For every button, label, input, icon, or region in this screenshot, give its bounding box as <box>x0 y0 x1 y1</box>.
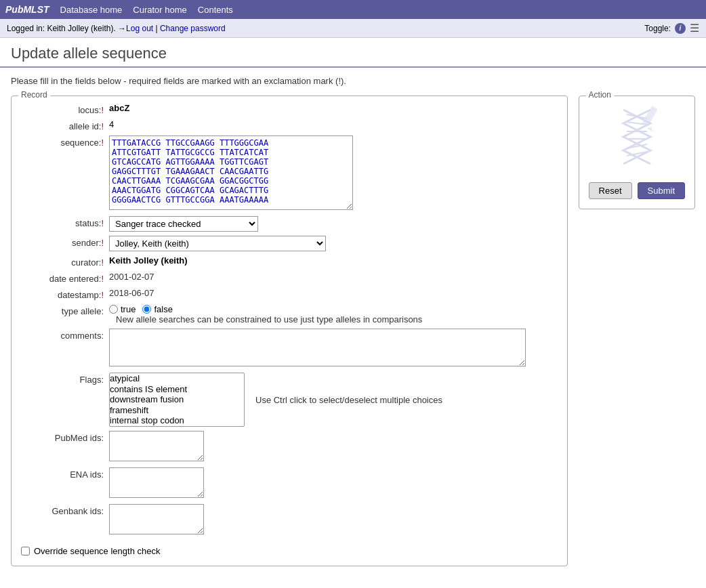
locus-row: locus:! abcZ <box>21 103 558 115</box>
main-content: Please fill in the fields below - requir… <box>0 68 706 574</box>
datestamp-row: datestamp:! 2018-06-07 <box>21 288 558 300</box>
logged-in-text: Logged in: Keith Jolley (keith). <box>7 24 116 33</box>
action-legend: Action <box>586 90 614 100</box>
date-entered-value: 2001-02-07 <box>109 272 558 282</box>
page-title: Update allele sequence <box>11 45 695 62</box>
pubmed-ids-field <box>109 431 558 463</box>
override-row: Override sequence length check <box>21 546 558 556</box>
record-legend: Record <box>18 90 50 100</box>
status-row: status:! Sanger trace checked WGS: manua… <box>21 216 558 232</box>
sequence-row: sequence:! TTTGATACCG TTGCCGAAGG TTTGGGC… <box>21 135 558 212</box>
action-panel: Action Reset <box>579 96 695 209</box>
dna-icon <box>610 103 664 171</box>
genbank-ids-label: Genbank ids: <box>21 504 109 516</box>
type-allele-field: true false New allele searches can be co… <box>109 304 558 324</box>
ena-ids-textarea[interactable] <box>109 467 204 498</box>
flags-label: Flags: <box>21 373 109 385</box>
nav-database-home[interactable]: Database home <box>60 5 123 15</box>
top-nav: PubMLST Database home Curator home Conte… <box>0 0 706 19</box>
genbank-ids-field <box>109 504 558 537</box>
ena-ids-row: ENA ids: <box>21 467 558 500</box>
locus-value: abcZ <box>109 103 558 113</box>
comments-textarea[interactable] <box>109 329 526 366</box>
page-title-bar: Update allele sequence <box>0 38 706 68</box>
pubmed-ids-row: PubMed ids: <box>21 431 558 463</box>
date-entered-label: date entered:! <box>21 272 109 284</box>
type-allele-true-radio[interactable] <box>109 305 118 314</box>
instruction-text: Please fill in the fields below - requir… <box>11 76 695 86</box>
hamburger-icon[interactable]: ☰ <box>690 22 699 35</box>
dna-icon-area <box>589 103 685 173</box>
brand-logo: PubMLST <box>5 4 49 15</box>
curator-value: Keith Jolley (keith) <box>109 255 558 266</box>
sender-label: sender:! <box>21 236 109 248</box>
comments-label: comments: <box>21 329 109 341</box>
status-label: status:! <box>21 216 109 228</box>
type-allele-false-radio[interactable] <box>142 305 151 314</box>
sequence-label: sequence:! <box>21 135 109 148</box>
override-label: Override sequence length check <box>34 546 160 556</box>
flags-field: atypical contains IS element downstream … <box>109 373 558 427</box>
nav-contents[interactable]: Contents <box>198 5 233 15</box>
curator-row: curator:! Keith Jolley (keith) <box>21 255 558 268</box>
login-bar: Logged in: Keith Jolley (keith). →Log ou… <box>0 19 706 38</box>
sender-field: Jolley, Keith (keith) <box>109 236 558 251</box>
type-allele-row: type allele: true false New allele searc… <box>21 304 558 324</box>
allele-id-row: allele id:! 4 <box>21 119 558 131</box>
type-allele-true-label: true <box>121 304 136 314</box>
pubmed-ids-label: PubMed ids: <box>21 431 109 443</box>
flags-select[interactable]: atypical contains IS element downstream … <box>109 373 245 427</box>
comments-field <box>109 329 558 369</box>
submit-button[interactable]: Submit <box>638 182 685 199</box>
pubmed-ids-textarea[interactable] <box>109 431 204 461</box>
sender-select[interactable]: Jolley, Keith (keith) <box>109 236 326 251</box>
panels: Record locus:! abcZ allele id:! 4 sequen… <box>11 96 695 566</box>
info-icon[interactable]: i <box>675 23 686 34</box>
toggle-label: Toggle: <box>644 24 671 33</box>
flag-atypical[interactable]: atypical <box>110 373 244 384</box>
record-panel: Record locus:! abcZ allele id:! 4 sequen… <box>11 96 568 566</box>
sequence-textarea[interactable]: TTTGATACCG TTGCCGAAGG TTTGGGCGAA ATTCGTG… <box>109 135 353 210</box>
login-info: Logged in: Keith Jolley (keith). →Log ou… <box>7 24 226 33</box>
reset-button[interactable]: Reset <box>589 182 632 199</box>
sender-row: sender:! Jolley, Keith (keith) <box>21 236 558 251</box>
allele-id-value: 4 <box>109 119 558 129</box>
svg-line-0 <box>627 114 647 119</box>
svg-marker-7 <box>646 125 654 131</box>
logout-link[interactable]: Log out <box>126 24 153 33</box>
flag-downstream-fusion[interactable]: downstream fusion <box>110 394 244 405</box>
type-allele-note: New allele searches can be constrained t… <box>116 314 422 324</box>
ena-ids-label: ENA ids: <box>21 467 109 480</box>
change-password-link[interactable]: Change password <box>160 24 226 33</box>
comments-row: comments: <box>21 329 558 369</box>
datestamp-label: datestamp:! <box>21 288 109 300</box>
status-select[interactable]: Sanger trace checked WGS: manual annotat… <box>109 216 258 232</box>
type-allele-radios: true false <box>109 304 558 314</box>
curator-label: curator:! <box>21 255 109 268</box>
flags-note: Use Ctrl click to select/deselect multip… <box>255 395 442 405</box>
nav-curator-home[interactable]: Curator home <box>133 5 186 15</box>
flag-frameshift[interactable]: frameshift <box>110 405 244 416</box>
date-entered-row: date entered:! 2001-02-07 <box>21 272 558 284</box>
genbank-ids-textarea[interactable] <box>109 504 204 534</box>
locus-label: locus:! <box>21 103 109 115</box>
flags-row: Flags: atypical contains IS element down… <box>21 373 558 427</box>
flag-is-element[interactable]: contains IS element <box>110 384 244 395</box>
genbank-ids-row: Genbank ids: <box>21 504 558 537</box>
type-allele-false-label: false <box>154 304 172 314</box>
datestamp-value: 2018-06-07 <box>109 288 558 298</box>
flag-internal-stop[interactable]: internal stop codon <box>110 415 244 426</box>
toggle-area: Toggle: i ☰ <box>644 22 699 35</box>
ena-ids-field <box>109 467 558 500</box>
type-allele-label: type allele: <box>21 304 109 316</box>
status-field: Sanger trace checked WGS: manual annotat… <box>109 216 558 232</box>
override-checkbox[interactable] <box>21 547 30 555</box>
sequence-field: TTTGATACCG TTGCCGAAGG TTTGGGCGAA ATTCGTG… <box>109 135 558 212</box>
allele-id-label: allele id:! <box>21 119 109 131</box>
action-buttons: Reset Submit <box>589 182 685 199</box>
